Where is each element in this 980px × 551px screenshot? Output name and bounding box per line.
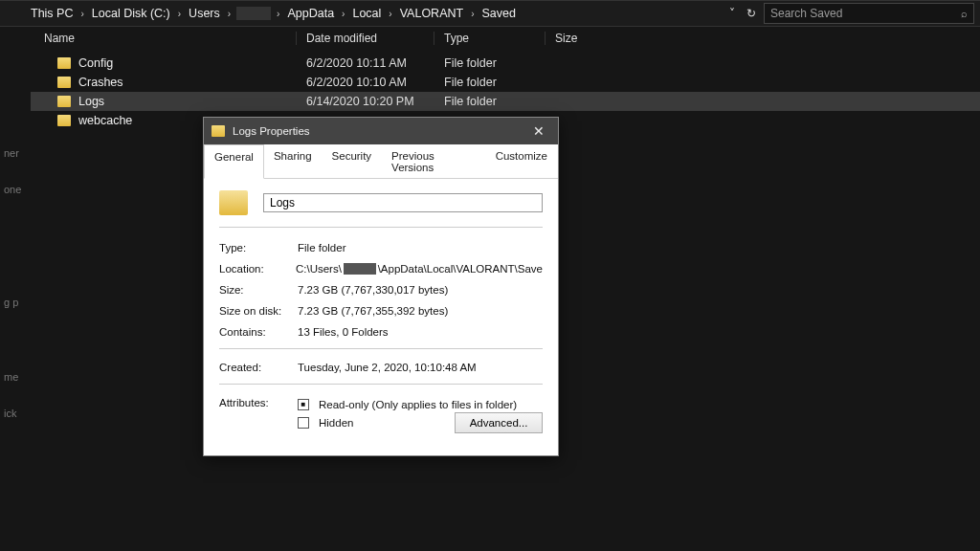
nav-stub: one — [4, 184, 31, 201]
row-type: File folder — [434, 56, 546, 70]
col-size[interactable]: Size — [546, 32, 632, 45]
value-size: 7.23 GB (7,767,330,017 bytes) — [298, 284, 543, 296]
tab-general[interactable]: General — [204, 144, 264, 179]
history-dropdown-icon[interactable]: ˅ — [729, 7, 735, 20]
crumb-appdata[interactable]: AppData — [285, 5, 336, 22]
label-created: Created: — [219, 362, 298, 373]
folder-name-input[interactable] — [263, 193, 543, 212]
properties-dialog: Logs Properties ✕ General Sharing Securi… — [203, 117, 559, 456]
value-type: File folder — [298, 242, 543, 253]
nav-stub: ner — [4, 147, 31, 165]
chevron-right-icon[interactable]: › — [387, 9, 393, 19]
crumb-users[interactable]: Users — [187, 5, 222, 22]
value-size-on-disk: 7.23 GB (7,767,355,392 bytes) — [298, 305, 543, 317]
crumb-drive[interactable]: Local Disk (C:) — [90, 5, 172, 22]
folder-icon — [57, 115, 71, 126]
file-row-selected[interactable]: Logs 6/14/2020 10:20 PM File folder — [31, 92, 980, 111]
chevron-right-icon[interactable]: › — [78, 9, 85, 19]
row-date: 6/2/2020 10:11 AM — [297, 56, 434, 70]
label-type: Type: — [219, 242, 298, 253]
file-row[interactable]: Crashes 6/2/2020 10:10 AM File folder — [31, 73, 980, 92]
label-attributes: Attributes: — [219, 397, 298, 408]
folder-icon — [57, 77, 71, 88]
tab-previous-versions[interactable]: Previous Versions — [382, 144, 486, 178]
label-size: Size: — [219, 284, 298, 296]
advanced-button[interactable]: Advanced... — [455, 412, 543, 433]
row-name: Crashes — [78, 76, 123, 89]
row-name: webcache — [78, 114, 132, 127]
breadcrumb[interactable]: This PC › Local Disk (C:) › Users › › Ap… — [29, 5, 722, 22]
label-location: Location: — [219, 263, 296, 275]
hidden-checkbox[interactable] — [298, 417, 309, 429]
folder-large-icon — [219, 190, 248, 215]
redacted-username: x — [344, 263, 376, 275]
chevron-right-icon[interactable]: › — [469, 9, 476, 19]
nav-pane: ner one g p me ick — [0, 27, 31, 551]
nav-stub: me — [4, 371, 31, 388]
crumb-valorant[interactable]: VALORANT — [398, 5, 465, 22]
row-date: 6/14/2020 10:20 PM — [297, 95, 434, 108]
search-input[interactable]: Search Saved ⌕ — [764, 3, 974, 24]
search-placeholder: Search Saved — [770, 7, 961, 20]
value-created: Tuesday, June 2, 2020, 10:10:48 AM — [298, 362, 543, 373]
crumb-this-pc[interactable]: This PC — [29, 5, 75, 22]
crumb-username-redacted[interactable] — [236, 7, 271, 20]
chevron-right-icon[interactable]: › — [176, 9, 183, 19]
column-headers: Name Date modified Type Size — [31, 27, 980, 50]
row-date: 6/2/2020 10:10 AM — [297, 76, 434, 89]
row-type: File folder — [434, 76, 546, 89]
dialog-titlebar[interactable]: Logs Properties ✕ — [204, 118, 558, 144]
tab-security[interactable]: Security — [323, 144, 383, 178]
folder-icon — [212, 125, 225, 137]
tab-sharing[interactable]: Sharing — [264, 144, 323, 178]
dialog-title-text: Logs Properties — [233, 125, 310, 137]
chevron-right-icon[interactable]: › — [340, 9, 346, 19]
nav-stub: ick — [4, 408, 31, 425]
crumb-local[interactable]: Local — [350, 5, 383, 22]
folder-icon — [57, 57, 71, 69]
file-list-pane: Name Date modified Type Size Config 6/2/… — [31, 27, 980, 551]
file-row[interactable]: Config 6/2/2020 10:11 AM File folder — [31, 54, 980, 73]
crumb-saved[interactable]: Saved — [479, 5, 517, 22]
col-date[interactable]: Date modified — [297, 32, 434, 45]
label-size-on-disk: Size on disk: — [219, 305, 298, 317]
value-location: C:\Users\x\AppData\Local\VALORANT\Save — [296, 263, 543, 275]
readonly-checkbox[interactable] — [298, 399, 309, 410]
hidden-label: Hidden — [319, 417, 353, 429]
tab-customize[interactable]: Customize — [486, 144, 558, 178]
value-contains: 13 Files, 0 Folders — [298, 326, 543, 338]
readonly-label: Read-only (Only applies to files in fold… — [319, 399, 517, 410]
chevron-right-icon[interactable]: › — [226, 9, 233, 19]
address-bar: This PC › Local Disk (C:) › Users › › Ap… — [0, 0, 980, 27]
col-type[interactable]: Type — [434, 32, 546, 45]
label-contains: Contains: — [219, 326, 298, 338]
folder-icon — [57, 96, 71, 107]
row-type: File folder — [434, 95, 546, 108]
chevron-right-icon[interactable]: › — [275, 9, 281, 19]
nav-stub: g p — [4, 297, 31, 314]
row-name: Config — [78, 56, 113, 70]
dialog-tabs: General Sharing Security Previous Versio… — [204, 144, 558, 179]
col-name[interactable]: Name — [31, 32, 297, 45]
close-icon[interactable]: ✕ — [520, 118, 558, 144]
row-name: Logs — [78, 95, 104, 108]
search-icon: ⌕ — [961, 8, 968, 19]
refresh-icon[interactable]: ↻ — [746, 7, 756, 20]
